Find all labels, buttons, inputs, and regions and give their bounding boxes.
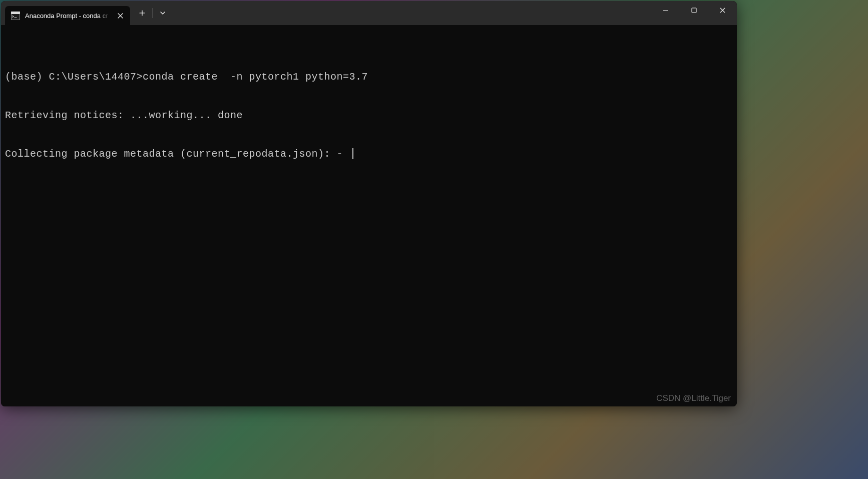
plus-icon [139,10,145,16]
tab-title: Anaconda Prompt - conda cr [25,12,110,20]
tab-dropdown-button[interactable] [154,5,172,21]
terminal-line: Retrieving notices: ...working... done [5,109,733,122]
close-icon [118,13,123,19]
terminal-icon [11,12,20,20]
svg-rect-4 [692,8,696,13]
close-icon [720,8,725,13]
terminal-line: Collecting package metadata (current_rep… [5,148,733,161]
new-tab-button[interactable] [133,5,151,21]
watermark: CSDN @Little.Tiger [656,393,731,403]
chevron-down-icon [160,10,166,16]
svg-rect-1 [11,12,20,14]
terminal-line: (base) C:\Users\14407>conda create -n py… [5,71,733,84]
terminal-line-text: Collecting package metadata (current_rep… [5,148,349,160]
maximize-icon [691,8,697,13]
window-controls [651,1,737,25]
terminal-output: (base) C:\Users\14407>conda create -n py… [5,45,733,186]
terminal-body[interactable]: (base) C:\Users\14407>conda create -n py… [1,25,737,406]
terminal-cursor [352,148,353,159]
tabbar-divider [152,8,153,18]
tabs-area: Anaconda Prompt - conda cr [1,1,130,25]
tab-active[interactable]: Anaconda Prompt - conda cr [5,6,130,25]
titlebar[interactable]: Anaconda Prompt - conda cr [1,1,737,25]
tab-close-button[interactable] [115,11,125,21]
minimize-button[interactable] [651,1,680,20]
close-window-button[interactable] [708,1,737,20]
titlebar-drag-region[interactable] [172,1,651,25]
terminal-window: Anaconda Prompt - conda cr [1,1,737,406]
minimize-icon [663,8,668,13]
maximize-button[interactable] [680,1,708,20]
tabbar-actions [130,1,172,25]
